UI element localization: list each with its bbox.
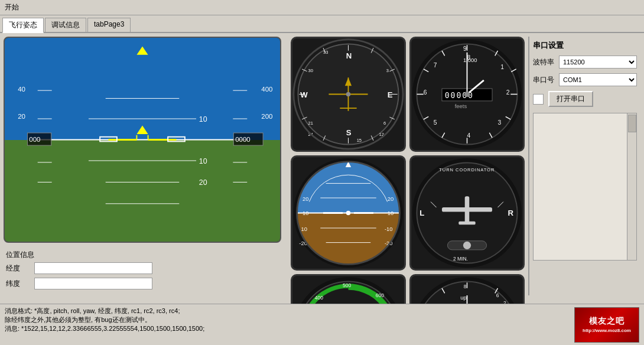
svg-text:-10: -10 <box>385 226 393 232</box>
svg-text:2: 2 <box>506 89 510 96</box>
svg-text:6: 6 <box>383 121 386 126</box>
instruments-grid: N S E W 33 30 3 6 12 15 21 24 <box>291 37 525 345</box>
longitude-row: 经度 <box>6 262 285 274</box>
window-title: 开始 <box>5 3 19 11</box>
svg-text:20: 20 <box>199 178 207 187</box>
svg-text:S: S <box>346 128 352 137</box>
svg-rect-97 <box>297 162 400 218</box>
latitude-input[interactable] <box>34 278 152 289</box>
turn-coordinator-instrument: TURN COORDINATOR L R <box>409 155 525 271</box>
svg-point-94 <box>464 92 470 97</box>
svg-text:E: E <box>388 90 393 99</box>
baud-rate-row: 波特率 9600 19200 38400 57600 115200 <box>533 56 637 69</box>
svg-text:0000: 0000 <box>235 136 251 143</box>
logo-sub-text: http://www.moz8.com <box>583 328 631 333</box>
svg-text:6: 6 <box>424 89 427 96</box>
settings-title: 串口设置 <box>533 40 637 51</box>
svg-text:33: 33 <box>323 50 328 55</box>
tab-flight-attitude[interactable]: 飞行姿态 <box>2 18 44 33</box>
svg-text:30: 30 <box>308 68 313 73</box>
baud-rate-label: 波特率 <box>533 57 557 67</box>
svg-text:10: 10 <box>199 115 207 123</box>
tab-debug-info[interactable]: 调试信息 <box>45 18 86 32</box>
svg-text:8: 8 <box>464 284 467 289</box>
logo-section: 模友之吧 http://www.moz8.com <box>568 307 639 343</box>
svg-marker-13 <box>136 46 148 54</box>
right-panel: 串口设置 波特率 9600 19200 38400 57600 115200 串… <box>528 37 640 295</box>
svg-text:L: L <box>419 209 424 217</box>
svg-text:up: up <box>460 294 467 301</box>
latitude-label: 纬度 <box>6 279 30 289</box>
svg-text:21: 21 <box>308 121 313 126</box>
svg-text:3: 3 <box>386 68 389 73</box>
adi-instrument: 10 10 20 40 20 400 200 000 <box>4 37 281 243</box>
status-line-3: 消息: *1522,15,12,12,2.33666555,3.22555554… <box>5 324 557 333</box>
svg-text:000: 000 <box>29 136 40 143</box>
attitude-instrument: 20 10 -10 -20 20 10 -10 -20 <box>291 155 406 271</box>
open-port-button[interactable]: 打开串口 <box>548 91 593 107</box>
scrollbar[interactable] <box>627 113 636 260</box>
attitude-svg: 20 10 -10 -20 20 10 -10 -20 <box>292 157 404 269</box>
svg-text:20: 20 <box>303 196 309 202</box>
compass-instrument: N S E W 33 30 3 6 12 15 21 24 <box>291 37 406 152</box>
svg-point-114 <box>346 211 351 216</box>
position-title: 位置信息 <box>6 250 285 260</box>
svg-text:7: 7 <box>434 62 437 69</box>
settings-checkbox[interactable] <box>533 94 544 105</box>
checkbox-row: 打开串口 <box>533 91 637 107</box>
svg-text:500: 500 <box>343 282 351 288</box>
left-panel: 10 10 20 40 20 400 200 000 <box>4 37 287 295</box>
port-number-label: 串口号 <box>533 75 557 85</box>
longitude-label: 经度 <box>6 263 30 274</box>
svg-text:10: 10 <box>303 210 309 216</box>
status-line-1: 消息格式: *高度, pitch, roll, yaw, 经度, 纬度, rc1… <box>5 307 557 315</box>
svg-text:R: R <box>508 209 513 217</box>
longitude-input[interactable] <box>34 262 152 274</box>
tab-page3[interactable]: tabPage3 <box>87 18 131 32</box>
scroll-area[interactable] <box>533 113 637 261</box>
svg-text:2 MIN.: 2 MIN. <box>453 256 468 262</box>
adi-svg: 10 10 20 40 20 400 200 000 <box>5 38 280 242</box>
svg-text:20: 20 <box>388 196 394 202</box>
svg-text:10: 10 <box>388 210 394 216</box>
scrollbar-thumb[interactable] <box>628 115 636 132</box>
tab-bar: 飞行姿态 调试信息 tabPage3 <box>0 15 644 33</box>
svg-text:N: N <box>346 51 352 60</box>
svg-marker-14 <box>136 126 148 134</box>
svg-text:400: 400 <box>261 86 272 93</box>
bottom-status-bar: 消息格式: *高度, pitch, roll, yaw, 经度, 纬度, rc1… <box>0 304 644 345</box>
svg-text:400: 400 <box>315 295 323 301</box>
brand-logo: 模友之吧 http://www.moz8.com <box>574 307 639 343</box>
svg-text:feets: feets <box>455 103 467 109</box>
svg-text:40: 40 <box>18 86 25 93</box>
svg-point-128 <box>463 242 471 249</box>
status-text: 消息格式: *高度, pitch, roll, yaw, 经度, 纬度, rc1… <box>5 307 557 343</box>
position-section: 位置信息 经度 纬度 <box>4 248 287 295</box>
svg-text:600: 600 <box>376 292 384 298</box>
altimeter-svg: 9 1,000 1 2 3 4 5 6 7 8 <box>411 38 523 150</box>
svg-text:W: W <box>300 90 308 99</box>
svg-text:4: 4 <box>467 132 471 139</box>
port-number-select[interactable]: COM1 COM2 COM3 COM4 <box>559 73 637 86</box>
latitude-row: 纬度 <box>6 278 285 289</box>
svg-text:6: 6 <box>496 292 499 298</box>
status-line-2: 除经纬度之外,其他必须为整型, 有bug还在测试中。 <box>5 315 557 324</box>
svg-text:15: 15 <box>357 138 362 143</box>
svg-rect-121 <box>442 207 492 212</box>
svg-text:20: 20 <box>18 113 25 120</box>
svg-point-63 <box>346 92 351 97</box>
main-content: 10 10 20 40 20 400 200 000 <box>0 33 644 299</box>
svg-text:5: 5 <box>434 119 437 126</box>
svg-rect-122 <box>458 222 475 225</box>
altimeter-instrument: 9 1,000 1 2 3 4 5 6 7 8 <box>409 37 525 152</box>
center-panel: N S E W 33 30 3 6 12 15 21 24 <box>291 37 525 295</box>
svg-text:1: 1 <box>500 64 504 70</box>
turn-svg: TURN COORDINATOR L R <box>411 157 523 269</box>
svg-text:9: 9 <box>463 45 467 52</box>
title-bar: 开始 <box>0 0 644 15</box>
svg-text:TURN COORDINATOR: TURN COORDINATOR <box>439 167 495 172</box>
compass-svg: N S E W 33 30 3 6 12 15 21 24 <box>292 38 404 150</box>
baud-rate-select[interactable]: 9600 19200 38400 57600 115200 <box>559 56 637 69</box>
svg-text:10: 10 <box>199 157 207 165</box>
logo-main-text: 模友之吧 <box>589 316 625 327</box>
